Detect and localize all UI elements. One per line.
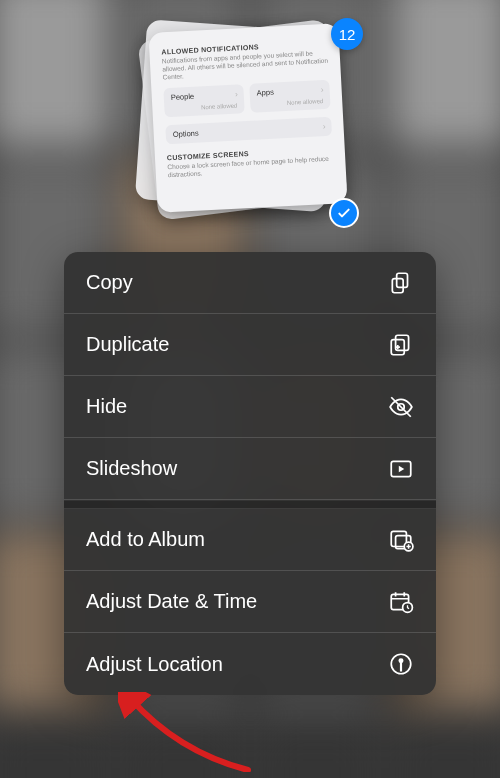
menu-separator xyxy=(64,500,436,509)
copy-icon xyxy=(388,270,414,296)
calendar-clock-icon xyxy=(388,589,414,615)
duplicate-icon xyxy=(388,332,414,358)
menu-slideshow[interactable]: Slideshow xyxy=(64,438,436,500)
menu-hide[interactable]: Hide xyxy=(64,376,436,438)
menu-adjust-date-time[interactable]: Adjust Date & Time xyxy=(64,571,436,633)
menu-duplicate[interactable]: Duplicate xyxy=(64,314,436,376)
menu-copy[interactable]: Copy xyxy=(64,252,436,314)
card-options-box: Options › xyxy=(165,117,332,145)
menu-label: Slideshow xyxy=(86,457,177,480)
context-menu: Copy Duplicate Hide Slideshow Add to Alb… xyxy=(64,252,436,695)
selected-photos-stack[interactable]: 12 ALLOWED NOTIFICATIONS Notifications f… xyxy=(145,24,355,224)
menu-label: Adjust Location xyxy=(86,653,223,676)
svg-point-12 xyxy=(399,658,404,663)
eye-slash-icon xyxy=(388,394,414,420)
location-pin-icon xyxy=(388,651,414,677)
menu-label: Adjust Date & Time xyxy=(86,590,257,613)
menu-label: Duplicate xyxy=(86,333,169,356)
menu-label: Add to Album xyxy=(86,528,205,551)
card-people-box: People › None allowed xyxy=(163,85,244,118)
play-rect-icon xyxy=(388,456,414,482)
svg-rect-1 xyxy=(392,278,403,292)
menu-add-to-album[interactable]: Add to Album xyxy=(64,509,436,571)
stack-card-front: ALLOWED NOTIFICATIONS Notifications from… xyxy=(148,23,347,213)
album-add-icon xyxy=(388,527,414,553)
menu-label: Hide xyxy=(86,395,127,418)
selection-count-badge: 12 xyxy=(331,18,363,50)
svg-rect-0 xyxy=(397,273,408,287)
selection-check-badge xyxy=(329,198,359,228)
card-apps-box: Apps › None allowed xyxy=(249,80,330,113)
menu-adjust-location[interactable]: Adjust Location xyxy=(64,633,436,695)
menu-label: Copy xyxy=(86,271,133,294)
